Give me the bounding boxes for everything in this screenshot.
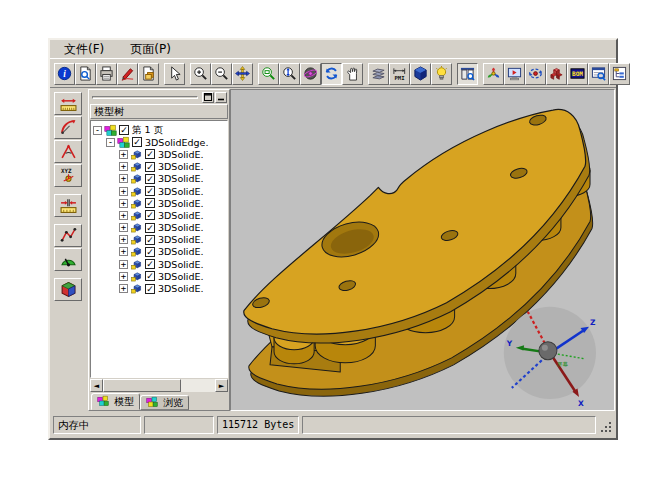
tree-horizontal-scrollbar[interactable]: ◄ ► bbox=[90, 379, 228, 392]
pmi-button[interactable]: PMI bbox=[389, 63, 410, 85]
visibility-checkbox[interactable]: ✓ bbox=[145, 162, 155, 172]
zoom-out-icon bbox=[214, 66, 229, 81]
tree-item-label[interactable]: 3DSolidEdge. bbox=[145, 137, 208, 148]
expand-toggle[interactable]: + bbox=[119, 211, 128, 220]
zoom-window-button[interactable] bbox=[258, 63, 279, 85]
expand-toggle[interactable]: + bbox=[119, 223, 128, 232]
preview-button[interactable] bbox=[457, 63, 478, 85]
scroll-thumb[interactable] bbox=[103, 379, 181, 392]
markup-button[interactable] bbox=[117, 63, 138, 85]
views-button[interactable] bbox=[410, 63, 431, 85]
scroll-left-button[interactable]: ◄ bbox=[90, 379, 103, 392]
tree-item-label[interactable]: 3DSolidE. bbox=[158, 222, 204, 233]
tree-row: +✓3DSolidE. bbox=[93, 209, 227, 221]
tree-item-label[interactable]: 3DSolidE. bbox=[158, 173, 204, 184]
visibility-checkbox[interactable]: ✓ bbox=[145, 174, 155, 184]
expand-toggle[interactable]: + bbox=[119, 150, 128, 159]
visibility-checkbox[interactable]: ✓ bbox=[145, 235, 155, 245]
pan-hand-button[interactable] bbox=[342, 63, 363, 85]
expand-toggle[interactable]: + bbox=[119, 247, 128, 256]
tree-item-label[interactable]: 3DSolidE. bbox=[158, 234, 204, 245]
measure-radius-button[interactable] bbox=[54, 116, 82, 139]
pan-move-button[interactable] bbox=[232, 63, 253, 85]
visibility-checkbox[interactable]: ✓ bbox=[145, 259, 155, 269]
measure-volume-button[interactable] bbox=[54, 278, 82, 301]
tree-row: +✓3DSolidE. bbox=[93, 246, 227, 258]
coordinate-button[interactable]: XYZ bbox=[54, 164, 82, 187]
trackball-center-sphere bbox=[539, 342, 557, 360]
part-icon bbox=[130, 160, 143, 173]
measure-length-button[interactable] bbox=[54, 92, 82, 115]
expand-toggle[interactable]: + bbox=[119, 272, 128, 281]
measure-length-icon bbox=[60, 95, 77, 112]
scroll-track[interactable] bbox=[103, 379, 215, 392]
tree-item-label[interactable]: 3DSolidE. bbox=[158, 271, 204, 282]
collapse-toggle[interactable]: - bbox=[93, 126, 102, 135]
print-button[interactable] bbox=[96, 63, 117, 85]
zoom-in-button[interactable] bbox=[190, 63, 211, 85]
tree-item-label[interactable]: 3DSolidE. bbox=[158, 149, 204, 160]
measure-angle-button[interactable] bbox=[54, 140, 82, 163]
light-button[interactable] bbox=[431, 63, 452, 85]
structure-button[interactable] bbox=[609, 63, 630, 85]
markup-icon bbox=[120, 66, 135, 81]
spin-button[interactable] bbox=[321, 63, 342, 85]
expand-toggle[interactable]: + bbox=[119, 174, 128, 183]
tab-browse[interactable]: 浏览 bbox=[140, 395, 189, 410]
tree-item-label[interactable]: 第 1 页 bbox=[132, 124, 163, 137]
visibility-checkbox[interactable]: ✓ bbox=[119, 125, 129, 135]
screenshot-canvas: { "menu": { "items": [ { "label": "文件(F)… bbox=[0, 0, 660, 477]
tree-item-label[interactable]: 3DSolidE. bbox=[158, 246, 204, 257]
expand-toggle[interactable]: + bbox=[119, 235, 128, 244]
explode-button[interactable] bbox=[546, 63, 567, 85]
menu-file[interactable]: 文件(F) bbox=[60, 40, 112, 59]
walkthrough-button[interactable] bbox=[483, 63, 504, 85]
expand-toggle[interactable]: + bbox=[119, 284, 128, 293]
expand-toggle[interactable]: + bbox=[119, 187, 128, 196]
tree-item-label[interactable]: 3DSolidE. bbox=[158, 210, 204, 221]
part-icon bbox=[130, 270, 143, 283]
zoom-dynamic-button[interactable] bbox=[279, 63, 300, 85]
tree-item-label[interactable]: 3DSolidE. bbox=[158, 186, 204, 197]
measure-distance-button[interactable] bbox=[54, 194, 82, 217]
orbit-button[interactable] bbox=[300, 63, 321, 85]
measure-area-button[interactable] bbox=[54, 248, 82, 271]
menu-page[interactable]: 页面(P) bbox=[126, 40, 179, 59]
properties-button[interactable] bbox=[588, 63, 609, 85]
tree-item-label[interactable]: 3DSolidE. bbox=[158, 259, 204, 270]
expand-toggle[interactable]: + bbox=[119, 162, 128, 171]
viewport-3d[interactable]: Z Y X 屏幕 bbox=[230, 89, 615, 411]
open-button[interactable] bbox=[75, 63, 96, 85]
panel-maximize-button[interactable] bbox=[202, 92, 214, 103]
layers-button[interactable] bbox=[368, 63, 389, 85]
visibility-checkbox[interactable]: ✓ bbox=[145, 198, 155, 208]
visibility-checkbox[interactable]: ✓ bbox=[145, 149, 155, 159]
visibility-checkbox[interactable]: ✓ bbox=[145, 186, 155, 196]
model-tab-icon bbox=[97, 395, 110, 408]
export-button[interactable] bbox=[138, 63, 159, 85]
visibility-checkbox[interactable]: ✓ bbox=[145, 284, 155, 294]
rotate-center-button[interactable] bbox=[525, 63, 546, 85]
bom-button[interactable]: BOM bbox=[567, 63, 588, 85]
panel-drag-grip[interactable] bbox=[92, 96, 198, 99]
visibility-checkbox[interactable]: ✓ bbox=[145, 247, 155, 257]
select-button[interactable] bbox=[164, 63, 185, 85]
visibility-checkbox[interactable]: ✓ bbox=[145, 223, 155, 233]
expand-toggle[interactable]: + bbox=[119, 260, 128, 269]
tab-model[interactable]: 模型 bbox=[91, 393, 140, 410]
zoom-out-button[interactable] bbox=[211, 63, 232, 85]
panel-hide-button[interactable] bbox=[215, 92, 227, 103]
scroll-right-button[interactable]: ► bbox=[215, 379, 228, 392]
visibility-checkbox[interactable]: ✓ bbox=[132, 137, 142, 147]
expand-toggle[interactable]: + bbox=[119, 199, 128, 208]
animation-button[interactable] bbox=[504, 63, 525, 85]
collapse-toggle[interactable]: - bbox=[106, 138, 115, 147]
visibility-checkbox[interactable]: ✓ bbox=[145, 271, 155, 281]
tree-item-label[interactable]: 3DSolidE. bbox=[158, 161, 204, 172]
info-button[interactable]: i bbox=[54, 63, 75, 85]
visibility-checkbox[interactable]: ✓ bbox=[145, 210, 155, 220]
measure-polyline-button[interactable] bbox=[54, 224, 82, 247]
tree-item-label[interactable]: 3DSolidE. bbox=[158, 198, 204, 209]
resize-grip[interactable] bbox=[599, 420, 613, 434]
tree-item-label[interactable]: 3DSolidE. bbox=[158, 283, 204, 294]
